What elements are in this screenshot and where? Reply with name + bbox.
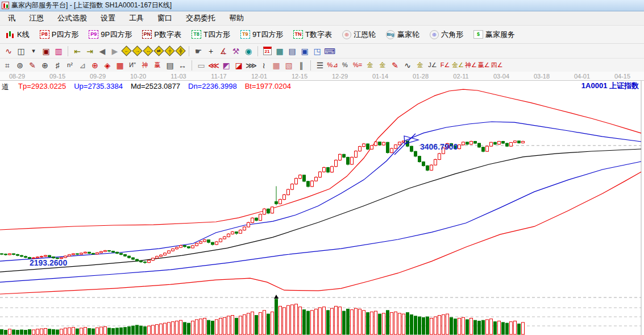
calendar-icon[interactable]: 21 [261,46,273,57]
kline-button-icon [6,30,15,39]
next-page-icon[interactable]: ▶ [109,46,121,57]
menu-item-2[interactable]: 公式选股 [51,11,94,25]
first-page-icon[interactable]: ⇤ [72,46,83,57]
date-tick-label: 02-11 [453,73,468,80]
line-chart-icon[interactable]: ∿ [3,46,14,57]
percent-icon[interactable]: % [339,60,351,71]
shen-tool-icon[interactable]: 神 [139,60,151,71]
pen-rocket-icon[interactable]: ✎ [27,60,38,71]
fan-box-magenta-icon[interactable]: ◩ [221,60,232,71]
fan-box-red-icon[interactable]: ◪ [233,60,244,71]
angle-shen-icon[interactable]: 神∠ [465,60,477,71]
menu-item-4[interactable]: 工具 [122,11,151,25]
p-number-table-button[interactable]: PNP数字表 [140,28,184,41]
p-number-table-button-icon: PN [142,30,152,39]
shift-right-icon[interactable]: → [132,46,142,56]
network-icon[interactable]: ◳ [311,46,323,57]
hand-tool-icon[interactable]: ☛ [193,46,204,57]
winner-wheel-button[interactable]: Big赢家轮 [384,28,422,41]
angle-ying-icon[interactable]: 赢∠ [478,60,490,71]
gold-lines-icon[interactable]: 金 [377,60,388,71]
circle-grid-icon[interactable]: ⊕ [39,60,51,71]
t-number-table-button[interactable]: TNT数字表 [291,28,334,41]
brush-flag-icon[interactable]: ✎ [389,60,401,71]
target-red-icon[interactable]: ⊕ [89,60,101,71]
menu-item-7[interactable]: 帮助 [222,11,251,25]
last-page-icon[interactable]: ⇥ [84,46,95,57]
ruler123-icon[interactable]: ▤ [164,60,176,71]
expand-all-icon[interactable]: ┼ [164,46,174,56]
nine-p-square-button[interactable]: P99P四方形 [86,28,134,41]
price-ladder-icon[interactable]: ☰ [314,60,326,71]
menu-item-0[interactable]: 讯 [1,11,22,25]
p-number-table-button-label: P数字表 [154,30,181,40]
angle-si-icon[interactable]: 四∠ [491,60,503,71]
menu-item-5[interactable]: 窗口 [151,11,179,25]
width-arrow-icon[interactable]: ↔ [177,60,188,71]
angle-f-icon[interactable]: F∠ [439,60,451,71]
t-number-table-button-label: T数字表 [305,30,332,40]
ruler-icon[interactable]: ⌗ [2,60,13,71]
n2-icon[interactable]: n² [64,60,76,71]
frame-tool-icon[interactable]: ▭ [196,60,207,71]
star-grid-icon[interactable]: ◈ [102,60,113,71]
app-icon [2,2,9,9]
kline-chart[interactable]: 3406.79002193.2600 [0,81,644,335]
notes-icon[interactable]: ▤ [286,46,298,57]
p-square-button[interactable]: P8P四方形 [38,28,81,41]
grid-box-icon[interactable]: ▦ [271,60,282,71]
dropdown-arrow-icon[interactable]: ▾ [28,46,39,57]
flag-angle-icon[interactable]: ⊿ [77,60,88,71]
grid-box-arrow-icon[interactable]: ▧ [283,60,294,71]
full-range-icon[interactable]: ╬ [175,46,185,56]
save-icon[interactable]: ▣ [299,46,310,57]
kline-type-icon[interactable]: ◫ [15,46,27,57]
prev-page-icon[interactable]: ◀ [97,46,108,57]
menu-item-6[interactable]: 交易委托 [179,11,222,25]
volume-profile-icon[interactable]: ▥ [53,46,64,57]
compress-h-icon[interactable]: ⇄ [153,46,164,56]
wave-tool-icon[interactable]: ∿ [402,60,413,71]
gold-circle-icon[interactable]: 金 [364,60,376,71]
t-square-button[interactable]: T8T四方形 [189,28,232,41]
pattern-window-icon[interactable]: ▣ [40,46,52,57]
gann-fan-icon[interactable]: ⋘ [208,60,219,71]
parallel-lines-icon[interactable]: ∥ [296,60,307,71]
grid-target-icon[interactable]: ▦ [114,60,126,71]
percent-triangle-icon[interactable]: %⊿ [327,60,338,71]
date-tick-label: 01-14 [372,73,388,80]
gold-underline-icon[interactable]: 金 [414,60,426,71]
ying-tool-icon[interactable]: 赢 [152,60,163,71]
percent-level-icon[interactable]: %= [352,60,363,71]
hexagon-button[interactable]: ◎六角形 [427,28,466,41]
date-tick-label: 09-29 [90,73,106,80]
angle-j-icon[interactable]: J∠ [427,60,438,71]
expand-h-icon[interactable]: ↔ [143,46,153,56]
crosshair-icon[interactable]: + [205,46,217,57]
indicator-name: 道 [2,82,9,92]
gann-wheel-button[interactable]: ◎江恩轮 [340,28,378,41]
date-tick-label: 01-28 [413,73,429,80]
arrow-fan-icon[interactable]: ⋙ [246,60,257,71]
spiral-icon[interactable]: ⊚ [14,60,26,71]
winner-service-button[interactable]: $赢家服务 [471,28,517,41]
measure-icon[interactable]: ∡ [218,46,229,57]
analysis-brain-icon[interactable]: ◉ [243,46,254,57]
shift-left-icon[interactable]: ← [121,46,131,56]
menu-item-3[interactable]: 设置 [94,11,122,25]
calculator-icon[interactable]: ▦ [274,46,285,57]
drawing-toolbar: ⌗⊚✎⊕♯n²⊿⊕◈▦И"神赢▤↔▭⋘◩◪⋙≀▦▧∥☰%⊿%%=金金✎∿金J∠F… [0,59,644,72]
nine-p-square-button-icon: P9 [89,30,98,39]
zigzag-icon[interactable]: ≀ [258,60,269,71]
quote-icon[interactable]: И" [127,60,138,71]
computer-icon[interactable]: ⌨ [324,46,335,57]
p-square-button-icon: P8 [40,30,49,39]
toolbar-divider [189,46,189,56]
pattern-tool-icon[interactable]: ⚒ [230,46,242,57]
nine-t-square-button[interactable]: T99T四方形 [238,28,285,41]
comb-icon[interactable]: ♯ [52,60,63,71]
menu-item-1[interactable]: 江恩 [22,11,51,25]
kline-button[interactable]: K线 [3,28,32,41]
angle-gold-icon[interactable]: 金∠ [452,60,464,71]
toolbar-divider [68,46,68,56]
